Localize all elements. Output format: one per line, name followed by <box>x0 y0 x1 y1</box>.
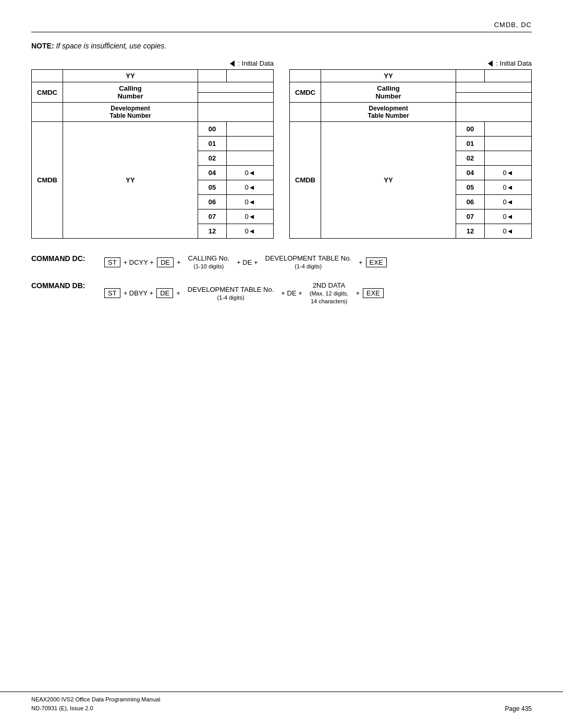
command-dc-parts: ST + DCYY + DE + CALLING No. (1-10 digit… <box>104 254 387 270</box>
left-table: YYCMDCCallingNumberDevelopmentTable Numb… <box>31 69 274 239</box>
dc-plus1: + DCYY + <box>121 258 156 266</box>
dc-dev-table: DEVELOPMENT TABLE No. (1-4 digits) <box>265 254 351 270</box>
db-second-data: 2ND DATA (Max. 12 digits, 14 characters) <box>310 281 349 305</box>
command-dc-row: COMMAND DC: ST + DCYY + DE + CALLING No.… <box>31 254 532 270</box>
header-title: CMDB, DC <box>494 21 532 29</box>
dc-plus3: + DE + <box>235 258 260 266</box>
db-de1-box: DE <box>156 288 173 298</box>
note-label: NOTE: <box>31 42 54 50</box>
footer-page: Page 435 <box>505 705 532 712</box>
table-row: CMDBYY00 <box>32 122 274 137</box>
db-plus4: + <box>353 289 362 297</box>
right-initial-data-label: : Initial Data <box>289 59 532 67</box>
footer: NEAX2000 IVS2 Office Data Programming Ma… <box>0 692 563 712</box>
db-st-box: ST <box>104 288 120 298</box>
left-triangle-icon <box>230 60 235 67</box>
dc-plus2: + <box>175 258 183 266</box>
note-text: If space is insufficient, use copies. <box>56 42 166 50</box>
command-dc-label: COMMAND DC: <box>31 254 104 263</box>
command-db-parts: ST + DBYY + DE + DEVELOPMENT TABLE No. (… <box>104 281 384 305</box>
db-plus1: + DBYY + <box>121 289 156 297</box>
left-initial-data-label: : Initial Data <box>31 59 274 67</box>
note: NOTE: If space is insufficient, use copi… <box>31 42 532 50</box>
footer-left: NEAX2000 IVS2 Office Data Programming Ma… <box>31 695 160 712</box>
dc-st-box: ST <box>104 257 120 267</box>
db-plus2: + <box>174 289 182 297</box>
footer-line1: NEAX2000 IVS2 Office Data Programming Ma… <box>31 695 160 704</box>
right-table: YYCMDCCallingNumberDevelopmentTable Numb… <box>289 69 532 239</box>
right-triangle-icon <box>488 60 493 67</box>
left-table-block: : Initial Data YYCMDCCallingNumberDevelo… <box>31 59 274 239</box>
db-dev-table: DEVELOPMENT TABLE No. (1-4 digits) <box>188 286 274 301</box>
dc-calling-no: CALLING No. (1-10 digits) <box>188 254 229 270</box>
commands-section: COMMAND DC: ST + DCYY + DE + CALLING No.… <box>31 254 532 305</box>
dc-plus4: + <box>357 258 365 266</box>
command-db-row: COMMAND DB: ST + DBYY + DE + DEVELOPMENT… <box>31 281 532 305</box>
dc-exe-box: EXE <box>366 257 387 267</box>
footer-line2: ND-70931 (E), Issue 2.0 <box>31 704 160 713</box>
tables-container: : Initial Data YYCMDCCallingNumberDevelo… <box>31 59 532 239</box>
header: CMDB, DC <box>31 21 532 32</box>
dc-de1-box: DE <box>157 257 174 267</box>
command-db-label: COMMAND DB: <box>31 281 104 290</box>
right-table-block: : Initial Data YYCMDCCallingNumberDevelo… <box>289 59 532 239</box>
db-plus3: + DE + <box>279 289 304 297</box>
db-exe-box: EXE <box>363 288 384 298</box>
table-row: CMDBYY00 <box>290 122 532 137</box>
